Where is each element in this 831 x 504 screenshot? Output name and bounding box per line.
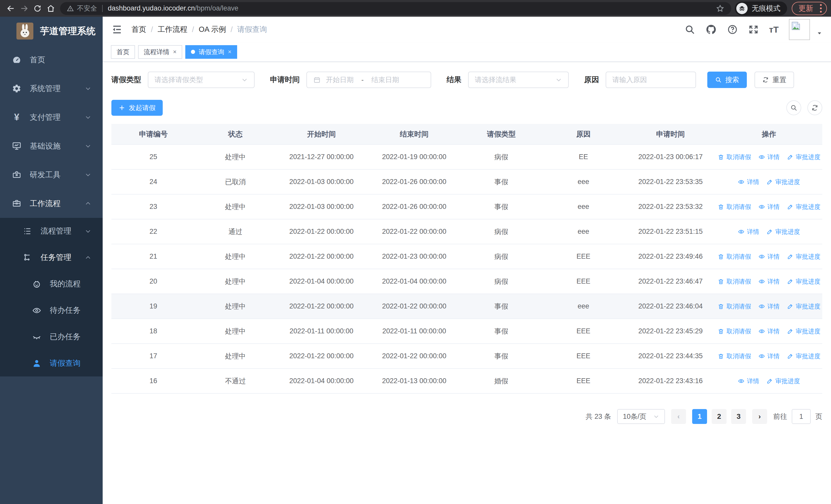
create-leave-button[interactable]: 发起请假 <box>111 100 163 116</box>
action-cancel-link[interactable]: 取消请假 <box>718 153 751 161</box>
sidebar-item-11[interactable]: 请假查询 <box>0 350 103 377</box>
page-button-2[interactable]: 2 <box>712 409 726 424</box>
avatar[interactable] <box>789 19 810 40</box>
chevron-down-icon <box>85 171 91 178</box>
action-detail-link[interactable]: 详情 <box>738 377 759 385</box>
result-select[interactable]: 请选择流结果 <box>468 71 569 88</box>
action-detail-link[interactable]: 详情 <box>758 327 780 335</box>
action-detail-link[interactable]: 详情 <box>738 178 759 186</box>
browser-reload-button[interactable] <box>31 2 44 15</box>
help-icon[interactable] <box>727 24 738 35</box>
next-page-button[interactable]: › <box>752 409 767 424</box>
breadcrumb-item[interactable]: 首页 <box>132 24 146 35</box>
browser-update-button[interactable]: 更新 <box>792 2 827 15</box>
font-size-icon[interactable]: ᴛT <box>769 25 779 35</box>
action-cancel-link[interactable]: 取消请假 <box>718 203 751 211</box>
action-progress-link[interactable]: 审批进度 <box>787 153 821 161</box>
action-label: 详情 <box>767 352 780 360</box>
breadcrumb-item[interactable]: 工作流程 <box>157 24 188 35</box>
browser-back-button[interactable] <box>4 2 18 15</box>
sidebar-item-5[interactable]: 工作流程 <box>0 189 103 218</box>
github-icon[interactable] <box>706 24 717 35</box>
breadcrumb-separator: / <box>192 25 194 34</box>
action-progress-link[interactable]: 审批进度 <box>787 277 821 286</box>
search-icon[interactable] <box>684 24 695 35</box>
sidebar-item-2[interactable]: ¥支付管理 <box>0 103 103 131</box>
sidebar-item-4[interactable]: 研发工具 <box>0 160 103 189</box>
row-actions: 取消请假详情审批进度 <box>716 277 822 286</box>
sidebar-item-label: 任务管理 <box>40 252 71 263</box>
refresh-table-button[interactable] <box>807 100 822 115</box>
search-button[interactable]: 搜索 <box>707 71 747 88</box>
toggle-search-button[interactable] <box>786 100 801 115</box>
action-cancel-link[interactable]: 取消请假 <box>718 352 751 360</box>
reset-button[interactable]: 重置 <box>754 71 794 88</box>
breadcrumb-item[interactable]: OA 示例 <box>199 24 226 35</box>
breadcrumb-item: 请假查询 <box>237 24 267 35</box>
action-detail-link[interactable]: 详情 <box>758 253 780 261</box>
bookmark-star-icon[interactable] <box>716 4 724 13</box>
page-size-select[interactable]: 10条/页 <box>617 409 665 424</box>
goto-page-input[interactable]: 1 <box>792 409 811 424</box>
address-bar[interactable]: 不安全 dashboard.yudao.iocoder.cn /bpm/oa/l… <box>60 2 731 15</box>
leave-type-select[interactable]: 请选择请假类型 <box>148 71 255 88</box>
view-icon <box>738 378 745 384</box>
cell-start: 2022-01-11 00:00:00 <box>276 319 367 344</box>
sidebar-item-1[interactable]: 系统管理 <box>0 74 103 103</box>
action-progress-link[interactable]: 审批进度 <box>787 203 821 211</box>
pagination: 共 23 条 10条/页 ‹ 123 › 前往 1 页 <box>111 409 822 424</box>
home-icon <box>47 4 55 13</box>
table-row: 19处理中2022-01-22 00:00:002022-01-22 00:00… <box>111 294 822 319</box>
action-detail-link[interactable]: 详情 <box>758 302 780 310</box>
table-header-row: 申请编号状态开始时间结束时间请假类型原因申请时间操作 <box>111 124 822 145</box>
cell-apply_time: 2022-01-22 23:51:15 <box>625 219 716 244</box>
app-logo[interactable]: 芋道管理系统 <box>0 17 103 46</box>
cell-id: 18 <box>111 319 195 344</box>
action-progress-link[interactable]: 审批进度 <box>766 377 800 385</box>
cell-apply_time: 2022-01-22 23:46:47 <box>625 269 716 294</box>
browser-forward-button[interactable] <box>18 2 31 15</box>
sidebar-item-9[interactable]: 待办任务 <box>0 297 103 324</box>
action-cancel-link[interactable]: 取消请假 <box>718 327 751 335</box>
action-progress-link[interactable]: 审批进度 <box>766 228 800 236</box>
cell-end: 2022-01-23 00:00:00 <box>367 244 461 269</box>
close-icon[interactable]: × <box>173 49 177 55</box>
prev-page-button[interactable]: ‹ <box>671 409 686 424</box>
plus-icon <box>119 105 125 111</box>
action-progress-link[interactable]: 审批进度 <box>787 327 821 335</box>
tab-2[interactable]: 请假查询× <box>185 45 237 59</box>
sidebar-item-0[interactable]: 首页 <box>0 46 103 74</box>
tab-0[interactable]: 首页 <box>111 45 135 59</box>
page-button-3[interactable]: 3 <box>731 409 746 424</box>
close-icon[interactable]: × <box>228 49 231 55</box>
sidebar-collapse-button[interactable] <box>111 24 123 35</box>
sidebar-item-3[interactable]: 基础设施 <box>0 131 103 160</box>
action-detail-link[interactable]: 详情 <box>758 153 780 161</box>
page-button-1[interactable]: 1 <box>692 409 707 424</box>
cell-apply_time: 2022-01-23 00:06:17 <box>625 145 716 169</box>
action-detail-link[interactable]: 详情 <box>758 352 780 360</box>
pen-icon <box>787 303 794 310</box>
sidebar-item-10[interactable]: 已办任务 <box>0 324 103 350</box>
action-progress-link[interactable]: 审批进度 <box>766 178 800 186</box>
browser-home-button[interactable] <box>44 2 57 15</box>
action-cancel-link[interactable]: 取消请假 <box>718 302 751 310</box>
action-detail-link[interactable]: 详情 <box>758 203 780 211</box>
action-detail-link[interactable]: 详情 <box>738 228 759 236</box>
action-progress-link[interactable]: 审批进度 <box>787 302 821 310</box>
sidebar-item-label: 支付管理 <box>30 112 61 123</box>
action-progress-link[interactable]: 审批进度 <box>787 352 821 360</box>
action-detail-link[interactable]: 详情 <box>758 277 780 286</box>
browser-menu-icon[interactable] <box>819 3 823 13</box>
fullscreen-icon[interactable] <box>748 24 759 35</box>
reason-input[interactable]: 请输入原因 <box>606 71 696 88</box>
action-progress-link[interactable]: 审批进度 <box>787 253 821 261</box>
sidebar-item-8[interactable]: 我的流程 <box>0 271 103 297</box>
action-cancel-link[interactable]: 取消请假 <box>718 253 751 261</box>
sidebar-item-6[interactable]: 流程管理 <box>0 218 103 244</box>
apply-time-range-picker[interactable]: 开始日期 - 结束日期 <box>307 71 431 88</box>
tab-1[interactable]: 流程详情× <box>138 45 182 59</box>
sidebar-item-7[interactable]: 任务管理 <box>0 244 103 271</box>
avatar-caret-icon[interactable] <box>816 31 822 36</box>
action-cancel-link[interactable]: 取消请假 <box>718 277 751 286</box>
